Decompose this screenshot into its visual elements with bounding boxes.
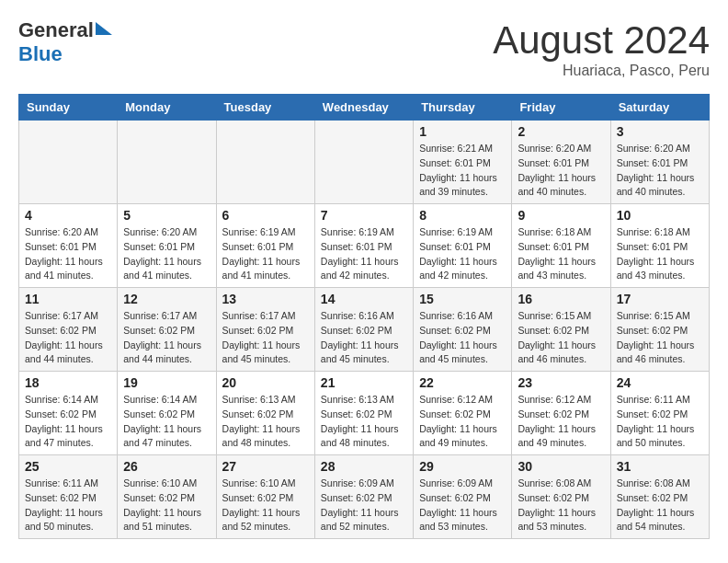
day-info: Sunrise: 6:11 AMSunset: 6:02 PMDaylight:… xyxy=(25,477,111,534)
day-number: 22 xyxy=(419,375,506,390)
weekday-header-wednesday: Wednesday xyxy=(314,95,413,121)
week-row-3: 11Sunrise: 6:17 AMSunset: 6:02 PMDayligh… xyxy=(19,288,710,372)
logo-general: General xyxy=(18,18,94,42)
day-number: 2 xyxy=(518,124,604,139)
day-info: Sunrise: 6:19 AMSunset: 6:01 PMDaylight:… xyxy=(419,225,506,283)
day-info: Sunrise: 6:20 AMSunset: 6:01 PMDaylight:… xyxy=(518,142,604,200)
table-cell xyxy=(314,121,413,204)
table-cell: 5Sunrise: 6:20 AMSunset: 6:01 PMDaylight… xyxy=(118,204,216,288)
day-info: Sunrise: 6:13 AMSunset: 6:02 PMDaylight:… xyxy=(222,393,309,451)
table-cell: 19Sunrise: 6:14 AMSunset: 6:02 PMDayligh… xyxy=(118,372,216,455)
day-info: Sunrise: 6:20 AMSunset: 6:01 PMDaylight:… xyxy=(123,225,210,283)
table-cell: 18Sunrise: 6:14 AMSunset: 6:02 PMDayligh… xyxy=(19,372,118,455)
table-cell: 30Sunrise: 6:08 AMSunset: 6:02 PMDayligh… xyxy=(512,455,610,539)
table-cell: 23Sunrise: 6:12 AMSunset: 6:02 PMDayligh… xyxy=(512,372,610,455)
week-row-5: 25Sunrise: 6:11 AMSunset: 6:02 PMDayligh… xyxy=(19,455,710,539)
day-info: Sunrise: 6:08 AMSunset: 6:02 PMDaylight:… xyxy=(617,477,703,534)
table-cell: 26Sunrise: 6:10 AMSunset: 6:02 PMDayligh… xyxy=(118,455,216,539)
month-title: August 2024 xyxy=(493,18,710,63)
table-cell: 15Sunrise: 6:16 AMSunset: 6:02 PMDayligh… xyxy=(414,288,512,372)
day-info: Sunrise: 6:14 AMSunset: 6:02 PMDaylight:… xyxy=(123,393,210,451)
day-number: 4 xyxy=(25,208,111,223)
day-info: Sunrise: 6:15 AMSunset: 6:02 PMDaylight:… xyxy=(518,309,604,367)
table-cell: 7Sunrise: 6:19 AMSunset: 6:01 PMDaylight… xyxy=(314,204,413,288)
table-cell: 8Sunrise: 6:19 AMSunset: 6:01 PMDaylight… xyxy=(414,204,512,288)
day-info: Sunrise: 6:09 AMSunset: 6:02 PMDaylight:… xyxy=(419,477,506,534)
day-number: 17 xyxy=(617,292,703,306)
day-info: Sunrise: 6:17 AMSunset: 6:02 PMDaylight:… xyxy=(222,309,309,367)
day-number: 14 xyxy=(321,292,407,306)
day-info: Sunrise: 6:08 AMSunset: 6:02 PMDaylight:… xyxy=(518,477,604,534)
day-info: Sunrise: 6:16 AMSunset: 6:02 PMDaylight:… xyxy=(419,309,506,367)
table-cell xyxy=(216,121,314,204)
day-number: 31 xyxy=(617,459,703,474)
day-info: Sunrise: 6:18 AMSunset: 6:01 PMDaylight:… xyxy=(617,225,703,283)
weekday-header-monday: Monday xyxy=(118,95,216,121)
day-number: 28 xyxy=(321,459,407,474)
weekday-header-row: SundayMondayTuesdayWednesdayThursdayFrid… xyxy=(19,95,710,121)
table-cell: 4Sunrise: 6:20 AMSunset: 6:01 PMDaylight… xyxy=(19,204,118,288)
day-number: 18 xyxy=(25,375,111,390)
weekday-header-sunday: Sunday xyxy=(19,95,118,121)
weekday-header-tuesday: Tuesday xyxy=(216,95,314,121)
day-number: 13 xyxy=(222,292,309,306)
day-number: 16 xyxy=(518,292,604,306)
day-info: Sunrise: 6:20 AMSunset: 6:01 PMDaylight:… xyxy=(25,225,111,283)
day-number: 20 xyxy=(222,375,309,390)
table-cell: 22Sunrise: 6:12 AMSunset: 6:02 PMDayligh… xyxy=(414,372,512,455)
table-cell: 13Sunrise: 6:17 AMSunset: 6:02 PMDayligh… xyxy=(216,288,314,372)
day-number: 26 xyxy=(123,459,210,474)
table-cell: 31Sunrise: 6:08 AMSunset: 6:02 PMDayligh… xyxy=(610,455,709,539)
day-info: Sunrise: 6:13 AMSunset: 6:02 PMDaylight:… xyxy=(321,393,407,451)
day-info: Sunrise: 6:16 AMSunset: 6:02 PMDaylight:… xyxy=(321,309,407,367)
day-number: 24 xyxy=(617,375,703,390)
table-cell: 25Sunrise: 6:11 AMSunset: 6:02 PMDayligh… xyxy=(19,455,118,539)
location: Huariaca, Pasco, Peru xyxy=(493,63,710,79)
day-info: Sunrise: 6:09 AMSunset: 6:02 PMDaylight:… xyxy=(321,477,407,534)
day-number: 11 xyxy=(25,292,111,306)
weekday-header-thursday: Thursday xyxy=(414,95,512,121)
table-cell: 10Sunrise: 6:18 AMSunset: 6:01 PMDayligh… xyxy=(610,204,709,288)
logo: General Blue xyxy=(18,18,112,66)
day-number: 12 xyxy=(123,292,210,306)
table-cell: 2Sunrise: 6:20 AMSunset: 6:01 PMDaylight… xyxy=(512,121,610,204)
table-cell xyxy=(19,121,118,204)
day-number: 19 xyxy=(123,375,210,390)
logo-blue: Blue xyxy=(18,42,63,66)
day-info: Sunrise: 6:18 AMSunset: 6:01 PMDaylight:… xyxy=(518,225,604,283)
day-number: 15 xyxy=(419,292,506,306)
table-cell: 6Sunrise: 6:19 AMSunset: 6:01 PMDaylight… xyxy=(216,204,314,288)
day-number: 21 xyxy=(321,375,407,390)
day-number: 9 xyxy=(518,208,604,223)
week-row-4: 18Sunrise: 6:14 AMSunset: 6:02 PMDayligh… xyxy=(19,372,710,455)
table-cell: 16Sunrise: 6:15 AMSunset: 6:02 PMDayligh… xyxy=(512,288,610,372)
table-cell: 27Sunrise: 6:10 AMSunset: 6:02 PMDayligh… xyxy=(216,455,314,539)
title-area: August 2024 Huariaca, Pasco, Peru xyxy=(493,18,710,79)
table-cell: 11Sunrise: 6:17 AMSunset: 6:02 PMDayligh… xyxy=(19,288,118,372)
table-cell: 24Sunrise: 6:11 AMSunset: 6:02 PMDayligh… xyxy=(610,372,709,455)
table-cell xyxy=(118,121,216,204)
table-cell: 29Sunrise: 6:09 AMSunset: 6:02 PMDayligh… xyxy=(414,455,512,539)
table-cell: 14Sunrise: 6:16 AMSunset: 6:02 PMDayligh… xyxy=(314,288,413,372)
day-info: Sunrise: 6:17 AMSunset: 6:02 PMDaylight:… xyxy=(25,309,111,367)
calendar-table: SundayMondayTuesdayWednesdayThursdayFrid… xyxy=(18,94,710,539)
table-cell: 12Sunrise: 6:17 AMSunset: 6:02 PMDayligh… xyxy=(118,288,216,372)
day-info: Sunrise: 6:15 AMSunset: 6:02 PMDaylight:… xyxy=(617,309,703,367)
day-number: 8 xyxy=(419,208,506,223)
day-info: Sunrise: 6:12 AMSunset: 6:02 PMDaylight:… xyxy=(419,393,506,451)
page-header: General Blue August 2024 Huariaca, Pasco… xyxy=(18,18,710,79)
day-info: Sunrise: 6:14 AMSunset: 6:02 PMDaylight:… xyxy=(25,393,111,451)
day-info: Sunrise: 6:10 AMSunset: 6:02 PMDaylight:… xyxy=(222,477,309,534)
day-number: 3 xyxy=(617,124,703,139)
day-number: 7 xyxy=(321,208,407,223)
day-info: Sunrise: 6:12 AMSunset: 6:02 PMDaylight:… xyxy=(518,393,604,451)
day-number: 29 xyxy=(419,459,506,474)
weekday-header-friday: Friday xyxy=(512,95,610,121)
day-number: 25 xyxy=(25,459,111,474)
table-cell: 1Sunrise: 6:21 AMSunset: 6:01 PMDaylight… xyxy=(414,121,512,204)
day-info: Sunrise: 6:20 AMSunset: 6:01 PMDaylight:… xyxy=(617,142,703,200)
day-info: Sunrise: 6:19 AMSunset: 6:01 PMDaylight:… xyxy=(222,225,309,283)
day-number: 10 xyxy=(617,208,703,223)
weekday-header-saturday: Saturday xyxy=(610,95,709,121)
table-cell: 17Sunrise: 6:15 AMSunset: 6:02 PMDayligh… xyxy=(610,288,709,372)
